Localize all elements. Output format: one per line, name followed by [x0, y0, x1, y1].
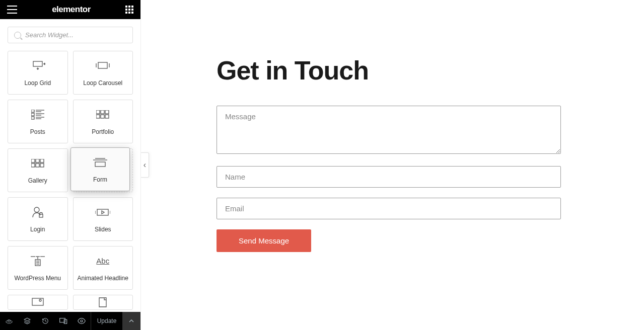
widget-label: Form: [93, 176, 107, 183]
widget-label: Posts: [30, 128, 45, 135]
svg-rect-0: [33, 61, 42, 66]
hamburger-menu-icon[interactable]: [7, 6, 17, 14]
svg-rect-17: [31, 159, 35, 162]
widget-form-dragging[interactable]: Form: [70, 147, 130, 191]
search-container: [0, 19, 140, 51]
editor-canvas: Get in Touch Send Message: [141, 0, 644, 330]
svg-point-38: [39, 299, 41, 301]
svg-rect-15: [101, 115, 104, 118]
widget-label: Animated Headline: [78, 275, 128, 282]
svg-point-44: [81, 320, 83, 322]
responsive-button[interactable]: [54, 312, 73, 330]
svg-rect-19: [40, 159, 44, 162]
collapse-sidebar-handle[interactable]: [141, 152, 149, 178]
svg-rect-18: [36, 159, 39, 162]
widget-label: Slides: [95, 226, 111, 233]
svg-rect-28: [97, 209, 108, 215]
update-button[interactable]: Update: [91, 312, 122, 330]
wordpress-menu-icon: [31, 255, 45, 268]
sidebar-header: elementor: [0, 0, 140, 19]
widget-label: Login: [30, 226, 45, 233]
sidebar-footer: Update: [0, 312, 140, 330]
widget-slides[interactable]: Slides: [73, 197, 133, 241]
preview-button[interactable]: [73, 312, 91, 330]
settings-button[interactable]: [0, 312, 18, 330]
elementor-sidebar: elementor Loop Gr: [0, 0, 141, 330]
navigator-button[interactable]: [18, 312, 36, 330]
widget-label: Loop Grid: [24, 79, 51, 87]
generic-icon: [97, 296, 108, 309]
svg-rect-2: [31, 110, 34, 112]
history-button[interactable]: [36, 312, 54, 330]
submit-button[interactable]: Send Message: [217, 229, 311, 252]
message-field[interactable]: [217, 106, 561, 154]
widget-label: Loop Carousel: [83, 79, 122, 87]
svg-rect-16: [105, 115, 109, 118]
svg-rect-43: [64, 319, 66, 323]
search-icon: [14, 32, 21, 39]
login-icon: [32, 206, 44, 219]
svg-rect-11: [96, 110, 100, 114]
name-field[interactable]: [217, 166, 561, 188]
widget-portfolio[interactable]: Portfolio: [73, 100, 133, 143]
portfolio-icon: [96, 108, 109, 121]
publish-options-button[interactable]: [122, 312, 140, 330]
posts-icon: [31, 108, 44, 121]
brand-logo: elementor: [52, 5, 91, 15]
animated-headline-icon: Abc: [96, 255, 109, 268]
widget-partial-2[interactable]: [73, 295, 133, 310]
widget-posts[interactable]: Posts: [8, 100, 68, 143]
widget-loop-grid[interactable]: Loop Grid: [8, 51, 68, 95]
svg-rect-41: [95, 162, 105, 167]
form-section: Get in Touch Send Message: [141, 0, 559, 252]
email-field[interactable]: [217, 198, 561, 219]
apps-grid-icon[interactable]: [125, 6, 133, 14]
widget-partial[interactable]: [8, 295, 68, 310]
generic-icon: [31, 296, 44, 309]
widget-gallery[interactable]: Gallery: [8, 148, 68, 192]
widget-label: Portfolio: [92, 128, 114, 135]
search-input[interactable]: [25, 31, 126, 39]
loop-grid-icon: [30, 59, 45, 72]
form-heading: Get in Touch: [217, 55, 559, 86]
svg-rect-14: [96, 115, 100, 118]
widget-wordpress-menu[interactable]: WordPress Menu: [8, 246, 68, 290]
widget-loop-carousel[interactable]: Loop Carousel: [73, 51, 133, 95]
widget-animated-headline[interactable]: Abc Animated Headline: [73, 246, 133, 290]
svg-rect-1: [98, 62, 107, 68]
svg-rect-8: [31, 117, 34, 119]
svg-point-26: [34, 207, 39, 212]
svg-rect-13: [105, 110, 109, 114]
svg-rect-12: [101, 110, 104, 114]
widget-label: Gallery: [28, 177, 47, 184]
widget-panel: Loop Grid Loop Carousel: [0, 51, 140, 312]
svg-rect-20: [31, 163, 35, 167]
svg-rect-5: [31, 113, 34, 116]
form-icon: [93, 156, 107, 169]
search-box[interactable]: [8, 27, 133, 43]
svg-rect-21: [36, 163, 39, 167]
gallery-icon: [31, 157, 44, 170]
svg-rect-22: [40, 163, 44, 167]
widget-login[interactable]: Login: [8, 197, 68, 241]
widget-label: WordPress Menu: [15, 275, 61, 282]
svg-rect-37: [32, 298, 43, 305]
slides-icon: [95, 206, 110, 219]
loop-carousel-icon: [94, 59, 111, 72]
